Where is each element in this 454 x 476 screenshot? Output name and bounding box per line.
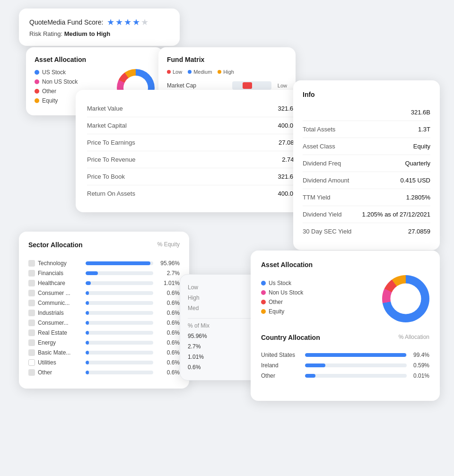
- consumer2-name: Consumer...: [38, 320, 83, 326]
- consumer2-pct: 0.6%: [156, 320, 180, 326]
- sector-row-real-estate: Real Estate 0.6%: [28, 329, 180, 336]
- other-label: Other: [42, 88, 56, 95]
- energy-bar-bg: [86, 341, 153, 345]
- legend-us-stock: US Stock: [35, 69, 109, 76]
- info-row: Asset Class Equity: [303, 138, 430, 155]
- utilities-name: Utilities: [38, 359, 83, 366]
- healthcare-bar-fill: [86, 281, 91, 285]
- info-row: Dividend Freq Quarterly: [303, 155, 430, 172]
- val-101: 1.01%: [188, 352, 252, 362]
- market-cap-indicator: [243, 82, 252, 89]
- asset-alloc-small-title: Asset Allocation: [35, 56, 155, 63]
- country-row-us: United States 99.4%: [261, 352, 429, 358]
- table-row: Market Capital 400.07B: [87, 117, 301, 134]
- other-sector-bar-bg: [86, 371, 153, 374]
- info-title: Info: [303, 91, 430, 98]
- us-country-name: United States: [261, 352, 301, 358]
- sector-allocation-card: Sector Allocation % Equity Technology 95…: [19, 232, 189, 389]
- consumer1-name: Consumer ...: [38, 290, 83, 296]
- info-row-val-1: 321.6B: [411, 109, 430, 116]
- ireland-pct: 0.59%: [410, 362, 429, 369]
- basic-mater-bar-fill: [86, 351, 89, 355]
- val-27: 2.7%: [188, 341, 252, 352]
- industrials-bar-fill: [86, 311, 89, 315]
- val-9596: 95.96%: [188, 331, 252, 341]
- utilities-bar-bg: [86, 361, 153, 364]
- low-dot: [167, 70, 171, 74]
- div-freq-label: Dividend Freq: [303, 160, 341, 167]
- us-stock-label-large: Us Stock: [269, 280, 291, 286]
- table-row: Price To Book 321.60B: [87, 168, 301, 185]
- other-sector-pct: 0.6%: [156, 369, 180, 376]
- asset-alloc-large-content: Us Stock Non Us Stock Other Equity: [261, 275, 429, 322]
- ireland-bar-bg: [305, 363, 407, 367]
- financials-bar-bg: [86, 271, 153, 275]
- info-row: Total Assets 1.3T: [303, 121, 430, 138]
- non-us-stock-dot: [35, 79, 39, 84]
- medium-label: Medium: [193, 69, 212, 75]
- market-value-label: Market Value: [87, 105, 123, 112]
- high-label: High: [223, 69, 234, 75]
- asset-class-label: Asset Class: [303, 143, 335, 150]
- ttm-yield-label: TTM Yield: [303, 194, 331, 201]
- market-capital-label: Market Capital: [87, 122, 127, 129]
- healthcare-name: Healthcare: [38, 280, 83, 286]
- table-row: Price To Revenue 2.7484: [87, 151, 301, 168]
- healthcare-pct: 1.01%: [156, 280, 180, 286]
- other-label-large: Other: [269, 299, 283, 305]
- communic-name: Communic...: [38, 300, 83, 306]
- technology-icon: [28, 260, 35, 267]
- other-dot-large: [261, 300, 266, 304]
- info-row: Dividend Yield 1.205% as of 27/12/2021: [303, 206, 430, 223]
- price-earnings-label: Price To Earnings: [87, 139, 135, 146]
- equity-label: Equity: [42, 97, 58, 104]
- div-yield-label: Dividend Yield: [303, 211, 341, 218]
- market-cap-bar: [232, 81, 271, 90]
- val-06: 0.6%: [188, 362, 252, 372]
- sec-yield-label: 30 Day SEC Yield: [303, 228, 351, 235]
- sector-row-other: Other 0.6%: [28, 369, 180, 376]
- sector-title: Sector Allocation: [28, 241, 83, 249]
- star-rating: ★ ★ ★ ★ ★: [107, 17, 148, 27]
- consumer1-pct: 0.6%: [156, 290, 180, 296]
- sector-pct-header: % Equity: [157, 241, 180, 254]
- info-row: 30 Day SEC Yield 27.0859: [303, 223, 430, 240]
- matrix-legend: Low Medium High: [167, 69, 287, 75]
- score-card: QuoteMedia Fund Score: ★ ★ ★ ★ ★ Risk Ra…: [19, 9, 180, 46]
- other-sector-bar-fill: [86, 371, 89, 374]
- div-amount-label: Dividend Amount: [303, 177, 349, 184]
- legend-non-us-stock-large: Non Us Stock: [261, 289, 373, 296]
- risk-label: Risk Rating:: [29, 30, 62, 37]
- financials-name: Financials: [38, 270, 83, 277]
- info-table: 321.6B Total Assets 1.3T Asset Class Equ…: [303, 104, 430, 240]
- sector-row-communic: Communic... 0.6%: [28, 300, 180, 306]
- info-row: TTM Yield 1.2805%: [303, 189, 430, 206]
- basic-mater-bar-bg: [86, 351, 153, 355]
- sector-row-consumer2: Consumer... 0.6%: [28, 320, 180, 326]
- main-data-table: Market Value 321.60B Market Capital 400.…: [87, 100, 301, 202]
- asset-alloc-large-legend: Us Stock Non Us Stock Other Equity: [261, 280, 373, 318]
- label-pct-mix: % of Mix: [188, 318, 252, 331]
- us-bar-bg: [305, 353, 407, 357]
- legend-other-large: Other: [261, 299, 373, 305]
- market-cap-label: Market Cap: [167, 82, 228, 89]
- other-sector-name: Other: [38, 369, 83, 376]
- donut-hole-large: [391, 284, 421, 314]
- technology-bar-fill: [86, 261, 150, 265]
- utilities-icon: [28, 359, 35, 366]
- matrix-row-market-cap: Market Cap Low: [167, 81, 287, 90]
- country-section-header: Country Allocation % Allocation: [261, 334, 429, 348]
- return-assets-label: Return On Assets: [87, 190, 135, 197]
- sector-row-basic-mater: Basic Mate... 0.6%: [28, 349, 180, 356]
- country-pct-header: % Allocation: [399, 334, 429, 348]
- medium-dot: [188, 70, 192, 74]
- matrix-legend-high: High: [218, 69, 234, 75]
- country-alloc-title: Country Allocation: [261, 334, 320, 341]
- main-table-card: Market Value 321.60B Market Capital 400.…: [76, 90, 312, 212]
- market-cap-value: Low: [275, 83, 287, 88]
- other-sector-icon: [28, 369, 35, 376]
- consumer2-icon: [28, 320, 35, 326]
- communic-pct: 0.6%: [156, 300, 180, 306]
- ireland-bar-fill: [305, 363, 325, 367]
- other-country-name: Other: [261, 372, 301, 379]
